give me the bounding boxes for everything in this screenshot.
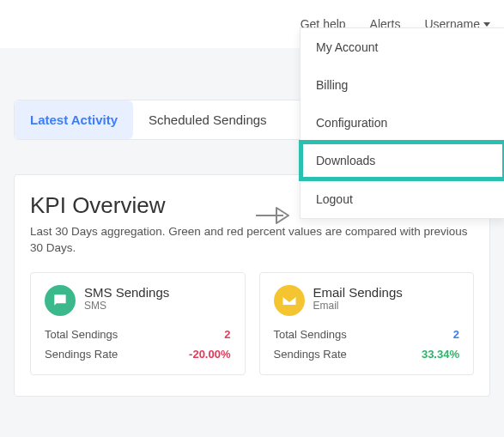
menu-item-configuration[interactable]: Configuration bbox=[301, 104, 504, 142]
kpi-row: Sendings Rate -20.00% bbox=[45, 348, 231, 361]
chevron-down-icon bbox=[483, 22, 490, 27]
kpi-card-email: Email Sendings Email Total Sendings 2 Se… bbox=[259, 272, 475, 375]
kpi-row-label: Sendings Rate bbox=[274, 348, 347, 361]
kpi-row: Total Sendings 2 bbox=[274, 328, 460, 341]
kpi-row-label: Total Sendings bbox=[45, 328, 118, 341]
kpi-card-title: SMS Sendings bbox=[84, 285, 169, 300]
kpi-card-sub: SMS bbox=[84, 300, 169, 312]
tab-scheduled-sendings[interactable]: Scheduled Sendings bbox=[133, 100, 282, 139]
kpi-row: Total Sendings 2 bbox=[45, 328, 231, 341]
kpi-row-value: -20.00% bbox=[189, 348, 230, 361]
user-dropdown: My Account Billing Configuration Downloa… bbox=[300, 27, 504, 219]
sms-icon bbox=[45, 285, 76, 316]
content-area: My Account Billing Configuration Downloa… bbox=[0, 48, 504, 437]
kpi-row-value: 33.34% bbox=[422, 348, 459, 361]
kpi-grid: SMS Sendings SMS Total Sendings 2 Sendin… bbox=[30, 272, 474, 375]
kpi-row-label: Sendings Rate bbox=[45, 348, 118, 361]
tab-latest-activity[interactable]: Latest Activity bbox=[15, 100, 133, 139]
menu-item-logout[interactable]: Logout bbox=[301, 180, 504, 218]
kpi-row-value: 2 bbox=[224, 328, 230, 341]
kpi-row-value: 2 bbox=[453, 328, 459, 341]
email-icon bbox=[274, 285, 305, 316]
menu-item-billing[interactable]: Billing bbox=[301, 66, 504, 104]
kpi-card-sub: Email bbox=[313, 300, 403, 312]
callout-arrow-icon bbox=[254, 204, 294, 227]
menu-item-my-account[interactable]: My Account bbox=[301, 28, 504, 66]
kpi-card-sms: SMS Sendings SMS Total Sendings 2 Sendin… bbox=[30, 272, 246, 375]
kpi-row: Sendings Rate 33.34% bbox=[274, 348, 460, 361]
menu-item-downloads[interactable]: Downloads bbox=[301, 142, 504, 179]
kpi-row-label: Total Sendings bbox=[274, 328, 347, 341]
kpi-card-title: Email Sendings bbox=[313, 285, 403, 300]
kpi-desc: Last 30 Days aggregation. Green and red … bbox=[30, 224, 474, 257]
